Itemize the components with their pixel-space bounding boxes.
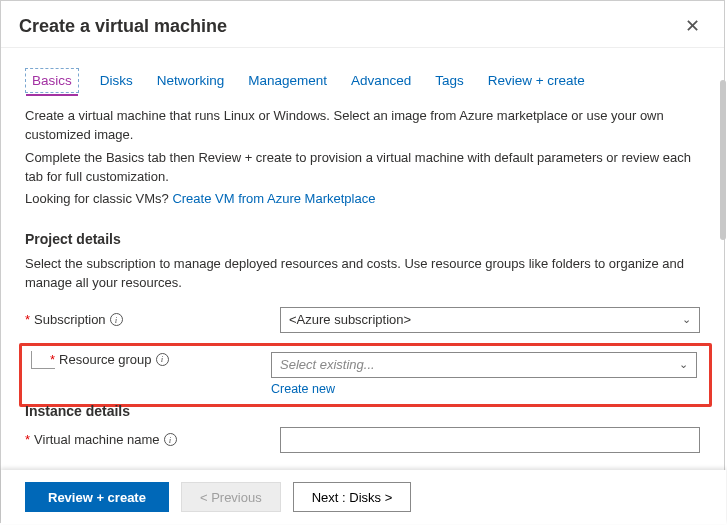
- page-title: Create a virtual machine: [19, 16, 227, 37]
- resource-group-label: Resource group: [59, 352, 152, 367]
- chevron-down-icon: ⌄: [682, 313, 691, 326]
- resource-group-highlight: * Resource group i Select existing... ⌄ …: [19, 343, 712, 407]
- vm-name-input[interactable]: [280, 427, 700, 453]
- project-details-title: Project details: [25, 231, 700, 247]
- tab-tags[interactable]: Tags: [432, 68, 467, 93]
- tab-basics[interactable]: Basics: [25, 68, 79, 93]
- create-new-link[interactable]: Create new: [271, 382, 335, 396]
- tab-management[interactable]: Management: [245, 68, 330, 93]
- required-indicator: *: [25, 432, 30, 447]
- intro-line3: Looking for classic VMs? Create VM from …: [25, 190, 700, 209]
- subscription-dropdown[interactable]: <Azure subscription> ⌄: [280, 307, 700, 333]
- resource-group-placeholder: Select existing...: [280, 357, 375, 372]
- required-indicator: *: [50, 352, 55, 367]
- marketplace-link[interactable]: Create VM from Azure Marketplace: [172, 191, 375, 206]
- subscription-row: * Subscription i <Azure subscription> ⌄: [25, 307, 700, 333]
- footer-bar: Review + create < Previous Next : Disks …: [1, 470, 726, 524]
- tab-advanced[interactable]: Advanced: [348, 68, 414, 93]
- instance-details-title: Instance details: [25, 403, 700, 419]
- intro-line1: Create a virtual machine that runs Linux…: [25, 107, 700, 145]
- info-icon[interactable]: i: [164, 433, 177, 446]
- project-details-desc: Select the subscription to manage deploy…: [25, 255, 700, 293]
- required-indicator: *: [25, 312, 30, 327]
- next-button[interactable]: Next : Disks >: [293, 482, 412, 512]
- review-create-button[interactable]: Review + create: [25, 482, 169, 512]
- intro-line2: Complete the Basics tab then Review + cr…: [25, 149, 700, 187]
- tab-bar: Basics Disks Networking Management Advan…: [25, 68, 700, 93]
- tab-disks[interactable]: Disks: [97, 68, 136, 93]
- subscription-value: <Azure subscription>: [289, 312, 411, 327]
- close-icon[interactable]: ✕: [679, 13, 706, 39]
- previous-button: < Previous: [181, 482, 281, 512]
- subscription-label: Subscription: [34, 312, 106, 327]
- vm-name-label: Virtual machine name: [34, 432, 160, 447]
- tab-networking[interactable]: Networking: [154, 68, 228, 93]
- scrollbar-thumb[interactable]: [720, 80, 726, 240]
- resource-group-dropdown[interactable]: Select existing... ⌄: [271, 352, 697, 378]
- info-icon[interactable]: i: [110, 313, 123, 326]
- vm-name-row: * Virtual machine name i: [25, 427, 700, 453]
- tab-review-create[interactable]: Review + create: [485, 68, 588, 93]
- info-icon[interactable]: i: [156, 353, 169, 366]
- panel-header: Create a virtual machine ✕: [1, 1, 724, 48]
- chevron-down-icon: ⌄: [679, 358, 688, 371]
- panel-body: Basics Disks Networking Management Advan…: [1, 48, 724, 522]
- intro-line3-text: Looking for classic VMs?: [25, 191, 172, 206]
